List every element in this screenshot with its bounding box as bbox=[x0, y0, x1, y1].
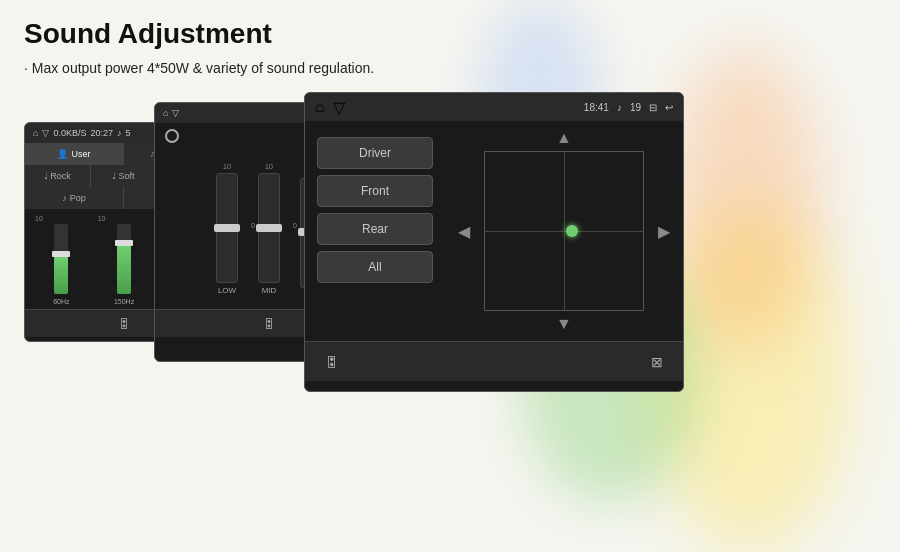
s3-buttons-panel: Driver Front Rear All bbox=[305, 121, 445, 341]
s1-rock-icon: ♩ bbox=[44, 171, 48, 181]
s1-tab-user[interactable]: 👤 User bbox=[25, 143, 124, 165]
s3-grid-wrapper: ▲ ▼ ◀ ▶ bbox=[484, 151, 644, 311]
subtitle: · Max output power 4*50W & variety of so… bbox=[24, 60, 876, 76]
s2-mid-track[interactable]: 0 bbox=[258, 173, 280, 283]
arrow-down-icon[interactable]: ▼ bbox=[556, 315, 572, 333]
s1-eq-150hz: 10 150Hz bbox=[98, 215, 151, 305]
s1-eq-fill-150hz bbox=[117, 245, 131, 294]
s1-eq-icon: 🎛 bbox=[118, 317, 130, 331]
s2-signal-icon: ▽ bbox=[172, 108, 179, 118]
driver-button[interactable]: Driver bbox=[317, 137, 433, 169]
s1-eq-fill-60hz bbox=[54, 256, 68, 295]
s1-tab-rock[interactable]: ♩ Rock bbox=[25, 165, 91, 187]
rear-button[interactable]: Rear bbox=[317, 213, 433, 245]
s3-signal-icon: ▽ bbox=[333, 98, 345, 117]
s3-spatial-panel: ▲ ▼ ◀ ▶ bbox=[445, 121, 683, 341]
s2-low-track[interactable]: 0 bbox=[216, 173, 238, 283]
s3-time: 18:41 bbox=[584, 102, 609, 113]
s3-volume-icon: ♪ bbox=[617, 102, 622, 113]
s1-soft-icon: ♩ bbox=[112, 171, 116, 181]
s1-tab-pop[interactable]: ♪ Pop bbox=[25, 187, 124, 209]
s1-speed: 0.0KB/S bbox=[53, 128, 86, 138]
s3-spatial-dot[interactable] bbox=[566, 225, 578, 237]
s1-user-icon: 👤 bbox=[57, 149, 68, 159]
arrow-left-icon[interactable]: ◀ bbox=[458, 222, 470, 241]
s2-low-channel: 10 0 LOW bbox=[216, 163, 238, 295]
s2-low-thumb[interactable] bbox=[214, 224, 240, 232]
all-button[interactable]: All bbox=[317, 251, 433, 283]
front-button[interactable]: Front bbox=[317, 175, 433, 207]
screenshots-container: ⌂ ▽ 0.0KB/S 20:27 ♪ 5 ⊟ ↩ 👤 User bbox=[24, 92, 704, 412]
s1-pop-icon: ♪ bbox=[62, 193, 67, 203]
s3-content: Driver Front Rear All ▲ ▼ ◀ ▶ bbox=[305, 121, 683, 341]
s3-spatial-grid[interactable] bbox=[484, 151, 644, 311]
arrow-right-icon[interactable]: ▶ bbox=[658, 222, 670, 241]
s2-eq-icon: 🎛 bbox=[263, 317, 275, 331]
s3-back-icon: ↩ bbox=[665, 102, 673, 113]
s3-balance-icon: ⊠ bbox=[651, 354, 663, 370]
s3-topbar: ⌂ ▽ 18:41 ♪ 19 ⊟ ↩ bbox=[305, 93, 683, 121]
s3-bottom-bar: 🎛 ⊠ bbox=[305, 341, 683, 381]
page-title: Sound Adjustment bbox=[24, 18, 876, 50]
s2-mid-channel: 10 0 MID bbox=[258, 163, 280, 295]
s2-mid-thumb[interactable] bbox=[256, 224, 282, 232]
s3-volume: 19 bbox=[630, 102, 641, 113]
screen-spatial: ⌂ ▽ 18:41 ♪ 19 ⊟ ↩ Driver Front Rear All bbox=[304, 92, 684, 392]
s1-eq-60hz: 10 60Hz bbox=[35, 215, 88, 305]
s2-indicator-circle bbox=[165, 129, 179, 143]
s1-volume-icon: ♪ bbox=[117, 128, 122, 138]
s3-home-icon: ⌂ bbox=[315, 98, 325, 116]
s1-eq-thumb-60hz[interactable] bbox=[52, 251, 70, 257]
s3-screen-icon: ⊟ bbox=[649, 102, 657, 113]
s1-eq-thumb-150hz[interactable] bbox=[115, 240, 133, 246]
s1-tab-soft[interactable]: ♩ Soft bbox=[91, 165, 157, 187]
arrow-up-icon[interactable]: ▲ bbox=[556, 129, 572, 147]
s1-time: 20:27 bbox=[90, 128, 113, 138]
s3-eq-icon: 🎛 bbox=[325, 354, 339, 370]
s1-eq-track-60hz[interactable] bbox=[54, 224, 68, 294]
s1-signal-icon: ▽ bbox=[42, 128, 49, 138]
s1-eq-track-150hz[interactable] bbox=[117, 224, 131, 294]
s1-volume: 5 bbox=[126, 128, 131, 138]
s2-home-icon: ⌂ bbox=[163, 108, 168, 118]
s1-home-icon: ⌂ bbox=[33, 128, 38, 138]
